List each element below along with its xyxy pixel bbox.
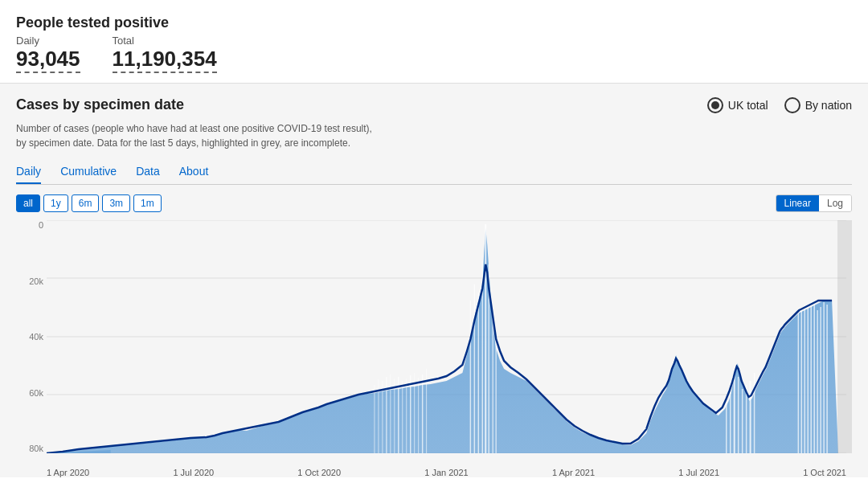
daily-stat: Daily 93,045 [16, 35, 80, 73]
total-stat: Total 11,190,354 [113, 35, 217, 73]
time-btn-3m[interactable]: 3m [102, 194, 130, 212]
tab-daily[interactable]: Daily [16, 160, 41, 184]
tab-about[interactable]: About [179, 160, 209, 184]
time-controls: all 1y 6m 3m 1m Linear Log [16, 194, 852, 212]
x-label-oct2020: 1 Oct 2020 [297, 468, 341, 477]
scale-button-group: Linear Log [776, 194, 852, 212]
y-label-2: 40k [16, 332, 47, 342]
main-section: Cases by specimen date UK total By natio… [0, 84, 868, 477]
time-btn-6m[interactable]: 6m [72, 194, 100, 212]
x-label-apr2021: 1 Apr 2021 [552, 468, 595, 477]
time-btn-1m[interactable]: 1m [133, 194, 162, 212]
x-label-oct2021: 1 Oct 2021 [803, 468, 846, 477]
chart-description: Number of cases (people who have had at … [16, 121, 852, 150]
top-section: People tested positive Daily 93,045 Tota… [0, 0, 868, 84]
tab-data[interactable]: Data [136, 160, 160, 184]
y-label-3: 20k [16, 276, 47, 286]
total-value: 11,190,354 [113, 47, 217, 73]
radio-uk-total[interactable]: UK total [707, 97, 768, 113]
radio-uk-circle [707, 97, 723, 113]
chart-title: Cases by specimen date [16, 96, 184, 113]
daily-value: 93,045 [16, 47, 80, 73]
x-label-jan2021: 1 Jan 2021 [424, 468, 468, 477]
tab-cumulative[interactable]: Cumulative [60, 160, 117, 184]
chart-area: 80k 60k 40k 20k 0 [16, 220, 852, 477]
total-label: Total [113, 35, 217, 47]
chart-header: Cases by specimen date UK total By natio… [16, 96, 852, 113]
radio-nation-label: By nation [805, 99, 852, 112]
radio-by-nation[interactable]: By nation [784, 97, 852, 113]
x-axis-labels: 1 Apr 2020 1 Jul 2020 1 Oct 2020 1 Jan 2… [47, 464, 846, 477]
time-button-group: all 1y 6m 3m 1m [16, 194, 162, 212]
radio-uk-label: UK total [728, 99, 768, 112]
radio-nation-circle [784, 97, 800, 113]
time-btn-1y[interactable]: 1y [43, 194, 68, 212]
x-label-apr2020: 1 Apr 2020 [47, 468, 89, 477]
incomplete-data-indicator [837, 220, 852, 453]
chart-container: 80k 60k 40k 20k 0 [16, 220, 852, 477]
chart-tabs: Daily Cumulative Data About [16, 160, 852, 185]
y-label-0: 80k [16, 444, 47, 453]
x-label-jul2021: 1 Jul 2021 [678, 468, 719, 477]
daily-label: Daily [16, 35, 80, 47]
y-label-1: 60k [16, 388, 47, 398]
stats-row: Daily 93,045 Total 11,190,354 [16, 35, 852, 73]
y-label-4: 0 [16, 220, 47, 230]
chart-svg [47, 220, 846, 453]
y-axis-labels: 80k 60k 40k 20k 0 [16, 220, 47, 453]
scale-btn-log[interactable]: Log [819, 195, 851, 211]
scale-btn-linear[interactable]: Linear [776, 195, 819, 211]
x-label-jul2020: 1 Jul 2020 [173, 468, 214, 477]
page-title: People tested positive [16, 14, 852, 31]
time-btn-all[interactable]: all [16, 194, 40, 212]
nation-radio-group: UK total By nation [707, 97, 852, 113]
